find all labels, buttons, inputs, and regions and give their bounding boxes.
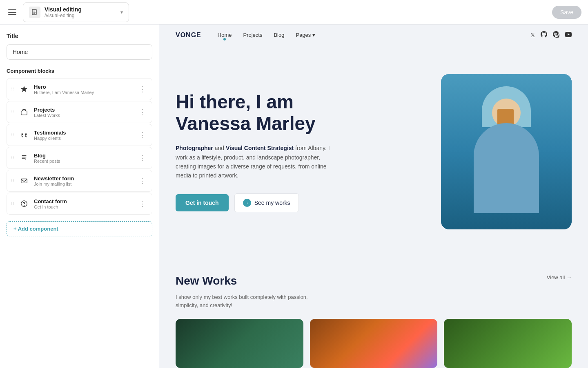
component-blocks-label: Component blocks: [7, 68, 152, 74]
newsletter-info: Newsletter form Join my mailing list: [34, 175, 133, 186]
hero-name: Hero: [34, 84, 133, 90]
works-description: I show only my best works built complete…: [176, 293, 314, 309]
drag-handle-blog[interactable]: ⠿: [11, 156, 14, 160]
testimonials-info: Testimonials Happy clients: [34, 130, 133, 141]
document-icon: [29, 7, 40, 18]
newsletter-more-icon[interactable]: ⋮: [137, 175, 148, 186]
testimonials-more-icon[interactable]: ⋮: [137, 130, 148, 140]
contact-sub: Get in touch: [34, 204, 133, 209]
drag-handle-contact[interactable]: ⠿: [11, 202, 14, 206]
quote-icon: [18, 129, 30, 141]
nav-link-blog[interactable]: Blog: [274, 32, 284, 38]
twitter-icon[interactable]: 𝕏: [530, 32, 535, 38]
component-item-hero[interactable]: ⠿ Hero Hi there, I am Vanessa Marley ⋮: [7, 78, 152, 100]
topbar-left: Visual editing /visual-editing ▾: [7, 2, 129, 22]
component-item-blog[interactable]: ⠿ T Blog Recent posts ⋮: [7, 147, 152, 169]
hero-more-icon[interactable]: ⋮: [137, 84, 148, 94]
drag-handle-projects[interactable]: ⠿: [11, 110, 14, 114]
briefcase-icon: [18, 106, 30, 118]
component-item-projects[interactable]: ⠿ Projects Latest Works ⋮: [7, 101, 152, 123]
blog-info: Blog Recent posts: [34, 153, 133, 164]
drag-handle-testimonials[interactable]: ⠿: [11, 133, 14, 137]
nav-link-home[interactable]: Home: [218, 32, 232, 38]
svg-text:T: T: [25, 157, 27, 161]
nav-social-icons: 𝕏: [530, 31, 572, 39]
component-item-contact[interactable]: ⠿ Contact form Get in touch ⋮: [7, 193, 152, 215]
hero-info: Hero Hi there, I am Vanessa Marley: [34, 84, 133, 95]
component-item-newsletter[interactable]: ⠿ Newsletter form Join my mailing list ⋮: [7, 170, 152, 192]
topbar-title-box[interactable]: Visual editing /visual-editing ▾: [23, 2, 129, 22]
works-header: New Works View all →: [176, 274, 572, 287]
hero-description: Photographer and Visual Content Strategi…: [176, 144, 331, 180]
component-item-testimonials[interactable]: ⠿ Testimonials Happy clients ⋮: [7, 124, 152, 146]
save-button[interactable]: Save: [552, 6, 581, 19]
newsletter-name: Newsletter form: [34, 175, 133, 182]
site-logo: VONGE: [176, 31, 201, 39]
projects-sub: Latest Works: [34, 113, 133, 118]
topbar-title-text: Visual editing /visual-editing: [45, 6, 116, 18]
testimonials-sub: Happy clients: [34, 136, 133, 141]
blog-sub: Recent posts: [34, 159, 133, 164]
testimonials-name: Testimonials: [34, 130, 133, 136]
pages-chevron-icon: ▾: [312, 32, 315, 38]
add-component-button[interactable]: + Add component: [7, 221, 152, 236]
nav-links: Home Projects Blog Pages ▾: [218, 32, 530, 38]
right-preview: VONGE Home Projects Blog Pages ▾ 𝕏: [159, 25, 588, 368]
svg-point-8: [24, 205, 24, 206]
question-icon: [18, 198, 30, 209]
work-card-3[interactable]: [444, 319, 572, 368]
title-input[interactable]: [7, 44, 152, 60]
see-works-circle-icon: [243, 199, 251, 207]
hero-title: Hi there, I am Vanessa Marley: [176, 91, 425, 135]
text-icon: T: [18, 152, 30, 164]
hero-desc-bold2: Visual Content Strategist: [226, 145, 294, 151]
blog-more-icon[interactable]: ⋮: [137, 153, 148, 163]
blog-name: Blog: [34, 153, 133, 159]
hero-image: [441, 74, 572, 229]
topbar-page-title: Visual editing: [45, 6, 116, 13]
site-nav: VONGE Home Projects Blog Pages ▾ 𝕏: [159, 25, 588, 45]
contact-name: Contact form: [34, 198, 133, 204]
envelope-icon: [18, 175, 30, 186]
github-icon[interactable]: [541, 31, 547, 39]
hero-photo: [441, 74, 572, 229]
component-list: ⠿ Hero Hi there, I am Vanessa Marley ⋮ ⠿: [7, 78, 152, 215]
view-all-link[interactable]: View all →: [547, 274, 572, 280]
projects-more-icon[interactable]: ⋮: [137, 107, 148, 117]
topbar-page-path: /visual-editing: [45, 13, 116, 18]
left-panel: Title Component blocks ⠿ Hero Hi there, …: [0, 25, 159, 368]
nav-link-pages[interactable]: Pages ▾: [296, 32, 315, 38]
works-title: New Works: [176, 274, 237, 287]
projects-info: Projects Latest Works: [34, 107, 133, 118]
contact-more-icon[interactable]: ⋮: [137, 198, 148, 209]
svg-rect-6: [21, 179, 27, 183]
title-label: Title: [7, 33, 152, 39]
person-body: [474, 123, 539, 213]
newsletter-sub: Join my mailing list: [34, 182, 133, 186]
pinterest-icon[interactable]: [553, 31, 559, 39]
svg-rect-4: [21, 111, 27, 115]
preview-inner: VONGE Home Projects Blog Pages ▾ 𝕏: [159, 25, 588, 368]
hero-text: Hi there, I am Vanessa Marley Photograph…: [176, 91, 425, 212]
youtube-icon[interactable]: [565, 31, 572, 39]
star-icon: [18, 83, 30, 95]
hero-sub: Hi there, I am Vanessa Marley: [34, 90, 133, 95]
work-card-1[interactable]: [176, 319, 303, 368]
see-my-works-label: See my works: [254, 200, 290, 206]
hero-desc-bold1: Photographer: [176, 145, 213, 151]
hamburger-menu-icon[interactable]: [7, 8, 18, 17]
see-my-works-button[interactable]: See my works: [234, 193, 299, 212]
hero-buttons: Get in touch See my works: [176, 193, 425, 212]
drag-handle-hero[interactable]: ⠿: [11, 87, 14, 92]
works-grid: [176, 319, 572, 368]
nav-link-projects[interactable]: Projects: [243, 32, 262, 38]
contact-info: Contact form Get in touch: [34, 198, 133, 209]
works-section: New Works View all → I show only my best…: [159, 258, 588, 368]
get-in-touch-button[interactable]: Get in touch: [176, 194, 229, 211]
hero-section: Hi there, I am Vanessa Marley Photograph…: [159, 45, 588, 258]
work-card-2[interactable]: [310, 319, 438, 368]
topbar: Visual editing /visual-editing ▾ Save: [0, 0, 588, 25]
chevron-down-icon: ▾: [120, 9, 123, 15]
drag-handle-newsletter[interactable]: ⠿: [11, 179, 14, 183]
main-layout: Title Component blocks ⠿ Hero Hi there, …: [0, 25, 588, 368]
